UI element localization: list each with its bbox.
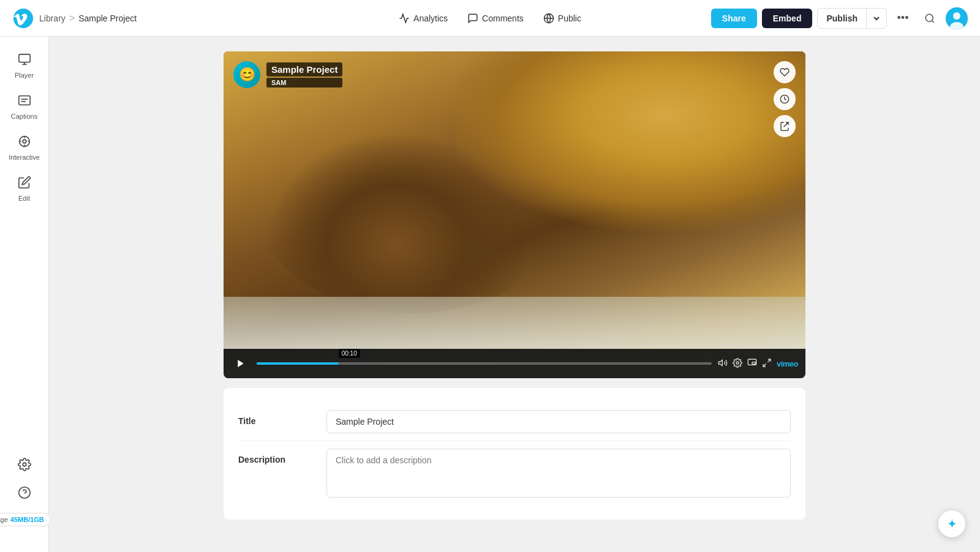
progress-fill [257,362,339,365]
like-button[interactable] [774,61,796,83]
svg-line-4 [932,20,934,22]
svg-point-6 [953,12,960,20]
video-background [224,51,805,378]
edit-label: Edit [18,195,30,202]
comments-label: Comments [482,13,524,23]
comments-icon [467,13,478,24]
video-controls: 00:10 [224,349,805,378]
sparkle-icon: ✦ [947,517,957,531]
analytics-button[interactable]: Analytics [390,8,456,29]
svg-rect-11 [18,96,29,105]
player-label: Player [15,72,34,79]
publish-chevron-icon[interactable] [867,10,886,27]
video-player[interactable]: 😊 Sample Project SAM [224,51,805,378]
video-channel-name: Sample Project [266,62,342,76]
sidebar-item-player[interactable]: Player [3,47,46,85]
main-content: 😊 Sample Project SAM [49,37,980,552]
analytics-icon [399,13,410,24]
publish-label[interactable]: Publish [818,9,867,28]
pip-icon[interactable] [747,358,757,370]
video-action-icons [774,61,796,137]
vimeo-logo[interactable] [12,7,34,29]
play-icon [236,359,246,368]
volume-icon[interactable] [718,358,728,370]
title-input[interactable] [326,410,791,433]
heart-icon [780,67,790,77]
header-right: Share Embed Publish ••• [590,7,968,29]
channel-avatar: 😊 [233,61,260,88]
title-label: Title [238,410,312,426]
interactive-icon [18,135,31,151]
progress-bar[interactable]: 00:10 [257,362,712,365]
user-avatar[interactable] [946,7,968,29]
clock-icon [780,94,790,104]
svg-line-29 [767,359,771,362]
vimeo-brand-watermark: vimeo [777,359,798,368]
captions-label: Captions [11,113,37,120]
svg-marker-24 [238,360,243,367]
settings-icon [18,458,31,471]
description-textarea[interactable] [326,449,791,498]
control-icons-right: vimeo [718,358,798,370]
analytics-label: Analytics [413,13,448,23]
description-row: Description [238,441,791,505]
sidebar-bottom: Storage 45MB/1GB Legal [0,453,48,542]
settings-video-icon[interactable] [733,358,742,370]
video-wrapper: 😊 Sample Project SAM [224,51,805,520]
title-row: Title [238,403,791,441]
globe-icon [543,13,554,24]
svg-rect-8 [18,54,29,62]
sidebar-item-edit[interactable]: Edit [3,170,46,208]
sidebar: Player Captions [0,37,49,552]
svg-point-20 [23,463,26,466]
publish-button[interactable]: Publish [817,8,887,29]
sidebar-item-captions[interactable]: Captions [3,88,46,126]
embed-button[interactable]: Embed [762,9,813,28]
breadcrumb-library[interactable]: Library [39,13,66,23]
progress-time: 00:10 [339,349,360,358]
header-left: Library > Sample Project [12,7,390,29]
search-button[interactable] [919,7,941,29]
public-label: Public [558,13,581,23]
description-label: Description [238,449,312,464]
sparkle-fab-button[interactable]: ✦ [938,510,965,537]
svg-point-26 [736,362,739,364]
player-icon [18,53,31,69]
svg-point-3 [925,14,933,21]
video-sam-badge: SAM [266,78,342,88]
captions-icon [18,94,31,110]
svg-marker-25 [718,360,722,365]
sidebar-item-interactive[interactable]: Interactive [3,129,46,167]
more-options-button[interactable]: ••• [892,7,914,29]
watch-later-button[interactable] [774,88,796,110]
storage-used: 45MB/1GB [10,516,44,523]
fullscreen-icon[interactable] [762,358,772,370]
search-icon [924,13,935,24]
svg-rect-28 [752,362,755,364]
share-video-button[interactable] [774,115,796,137]
video-info-overlay: 😊 Sample Project SAM [233,61,342,88]
sidebar-item-settings[interactable] [3,453,46,476]
share-icon [780,121,790,131]
interactive-label: Interactive [9,154,40,161]
sidebar-item-help[interactable] [3,481,46,504]
share-button[interactable]: Share [711,9,757,28]
top-header: Library > Sample Project Analytics Comme… [0,0,980,37]
svg-point-14 [23,140,26,143]
storage-area: Storage 45MB/1GB Legal [3,453,45,536]
comments-button[interactable]: Comments [459,8,532,29]
form-section: Title Description [224,388,805,520]
help-icon [18,486,31,499]
svg-line-30 [763,364,766,367]
main-layout: Player Captions [0,37,980,552]
avatar-icon [946,7,968,29]
breadcrumb-current: Sample Project [78,13,137,23]
public-button[interactable]: Public [535,8,590,29]
more-icon: ••• [897,12,909,24]
play-button[interactable] [231,354,251,373]
breadcrumb: Library > Sample Project [39,13,137,24]
video-title-block: Sample Project SAM [266,62,342,88]
header-center-nav: Analytics Comments Public [390,8,590,29]
storage-label: Storage [0,516,8,523]
edit-icon [18,176,31,192]
